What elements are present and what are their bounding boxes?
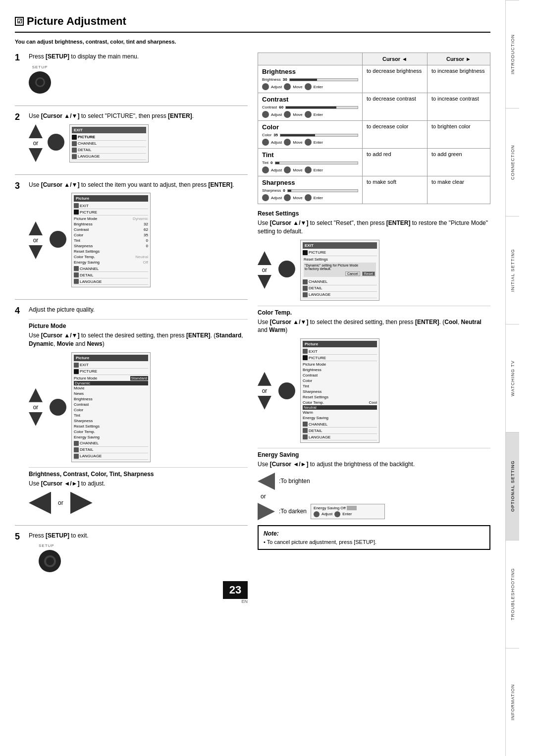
sidebar-information: INFORMATION [506, 648, 519, 756]
up-arrow-reset [258, 251, 271, 265]
step-1-illustration: SETUP [29, 65, 248, 94]
sharpness-left-action: to make soft [363, 176, 428, 204]
step-4-content: Adjust the picture quality. Picture Mode… [29, 306, 248, 516]
enter-btn-ct [278, 382, 295, 399]
contrast-row: Contrast Contrast 60 Adjust Move Enter [258, 93, 490, 121]
sidebar-connection: CONNECTION [506, 108, 519, 216]
cursor-right-header: Cursor ► [427, 53, 490, 65]
tint-controls: Adjust Move Enter [262, 166, 358, 173]
energy-arrow-left [258, 473, 275, 490]
energy-saving-section: Energy Saving Use [Cursor ◄/►] to adjust… [258, 448, 490, 520]
energy-row-brighten: :To brighten [258, 473, 490, 490]
brightness-right-action: to increase brightness [427, 65, 490, 93]
up-arrow-ct [258, 372, 271, 386]
energy-row-darken: :To darken Energy Saving Off Adjust Ente… [258, 503, 490, 520]
note-box: Note: • To cancel picture adjustment, pr… [258, 525, 490, 550]
cursor-left-header: Cursor ◄ [363, 53, 428, 65]
picture-mode-section: Picture Mode Use [Cursor ▲/▼] to select … [29, 319, 248, 462]
step-2-illustration: or EXIT PICTURE CHANNEL DETAIL LANG [29, 124, 248, 162]
svg-point-3 [46, 557, 54, 565]
color-temp-title: Color Temp. [258, 309, 490, 316]
reset-text: Use [Cursor ▲/▼] to select "Reset", then… [258, 219, 490, 236]
step-2-content: Use [Cursor ▲/▼] to select "PICTURE", th… [29, 112, 248, 165]
color-temp-illustration: or Picture EXIT PICTURE Picture Mode Bri… [258, 338, 490, 443]
sidebar-optional-setting: OPTIONAL SETTING [506, 432, 519, 540]
menu-screenshot-3: Picture EXIT PICTURE Picture Mode Dynami… [71, 193, 151, 287]
brightness-title: Brightness, Contrast, Color, Tint, Sharp… [29, 471, 248, 478]
step-1-number: 1 [15, 53, 25, 63]
color-controls: Adjust Move Enter [262, 139, 358, 146]
svg-point-1 [37, 79, 44, 86]
contrast-slider: Contrast 60 [262, 105, 358, 109]
note-title: Note: [264, 530, 484, 537]
step-1-content: Press [SETUP] to display the main menu. … [29, 53, 248, 97]
step-3-text: Use [Cursor ▲/▼] to select the item you … [29, 181, 248, 189]
step-3-number: 3 [15, 181, 25, 191]
sharpness-slider: Sharpness 0 [262, 188, 358, 193]
picture-mode-text: Use [Cursor ▲/▼] to select the desired s… [29, 331, 248, 348]
sharpness-name: Sharpness [262, 179, 358, 186]
brightness-slider: Brightness 30 [262, 77, 358, 82]
or-text-3: or [33, 237, 39, 244]
color-left-action: to decrease color [363, 121, 428, 149]
setup-button-1 [29, 71, 51, 94]
color-right-action: to brighten color [427, 121, 490, 149]
reset-title: Reset Settings [258, 210, 490, 217]
step-2-text: Use [Cursor ▲/▼] to select "PICTURE", th… [29, 112, 248, 120]
step-1-text: Press [SETUP] to display the main menu. [29, 53, 248, 61]
step-4-number: 4 [15, 306, 25, 316]
right-arrow-bc [70, 492, 93, 514]
color-row: Color Color 35 Adjust Move Enter [258, 121, 490, 149]
energy-slider-box: Energy Saving Off Adjust Enter [311, 504, 385, 519]
to-darken: :To darken [279, 508, 307, 515]
contrast-right-action: to increase contrast [427, 93, 490, 121]
note-text: • To cancel picture adjustment, press [S… [264, 539, 484, 545]
step-5-text: Press [SETUP] to exit. [29, 532, 248, 540]
color-name: Color [262, 123, 358, 131]
or-ct: or [262, 387, 268, 394]
step-2-number: 2 [15, 112, 25, 122]
brightness-section: Brightness, Contrast, Color, Tint, Sharp… [29, 467, 248, 514]
picture-mode-illustration: or Picture EXIT PICTURE [29, 352, 248, 462]
step-2: 2 Use [Cursor ▲/▼] to select "PICTURE", … [15, 112, 248, 165]
down-arrow [29, 148, 43, 162]
setup-label-1: SETUP [32, 65, 48, 69]
enter-btn-pm [50, 399, 66, 416]
page-title: ☑ Picture Adjustment [15, 15, 490, 33]
brightness-row: Brightness Brightness 30 Adjust Move Ent… [258, 65, 490, 93]
up-arrow [29, 124, 43, 138]
adjustment-table: Cursor ◄ Cursor ► Brightness Brightness … [258, 53, 490, 204]
energy-saving-text: Use [Cursor ◄/►] to adjust the brightnes… [258, 460, 490, 469]
step-5-content: Press [SETUP] to exit. SETUP [29, 532, 248, 573]
tint-left-action: to add red [363, 149, 428, 176]
left-column: 1 Press [SETUP] to display the main menu… [15, 53, 248, 604]
setup-button-5 [39, 550, 61, 572]
checkbox-icon: ☑ [15, 17, 24, 26]
enter-button-3 [50, 231, 66, 248]
menu-screenshot-pm: Picture EXIT PICTURE Picture Mode Standa… [71, 352, 151, 462]
step-5-number: 5 [15, 532, 25, 542]
tint-row: Tint Tint 0 Adjust Move Enter [258, 149, 490, 176]
step-3-illustration: or Picture EXIT PICTURE Picture [29, 193, 248, 287]
menu-screenshot-ct: Picture EXIT PICTURE Picture Mode Bright… [300, 338, 379, 443]
sidebar: INTRODUCTION CONNECTION INITIAL SETTING … [505, 0, 519, 756]
color-slider: Color 35 [262, 133, 358, 137]
right-column: Cursor ◄ Cursor ► Brightness Brightness … [258, 53, 490, 604]
color-temp-section: Color Temp. Use [Cursor ▲/▼] to select t… [258, 306, 490, 443]
step-5-illustration: SETUP [39, 543, 248, 572]
up-arrow-3 [29, 221, 43, 235]
sidebar-watching-tv: WATCHING TV [506, 324, 519, 432]
tint-slider: Tint 0 [262, 161, 358, 165]
sharpness-right-action: to make clear [427, 176, 490, 204]
down-arrow-pm [29, 412, 43, 426]
brightness-name: Brightness [262, 68, 358, 75]
or-energy: or [261, 493, 487, 500]
brightness-illustration: or [29, 492, 248, 514]
energy-arrow-right [258, 503, 275, 520]
sidebar-troubleshooting: TROUBLESHOOTING [506, 540, 519, 648]
tint-right-action: to add green [427, 149, 490, 176]
step-4: 4 Adjust the picture quality. Picture Mo… [15, 306, 248, 516]
enter-btn-reset [278, 261, 295, 277]
energy-illustration: :To brighten or :To darken Energy Saving… [258, 473, 490, 520]
reset-illustration: or EXIT PICTURE Reset Settings "Dynamic"… [258, 240, 490, 301]
